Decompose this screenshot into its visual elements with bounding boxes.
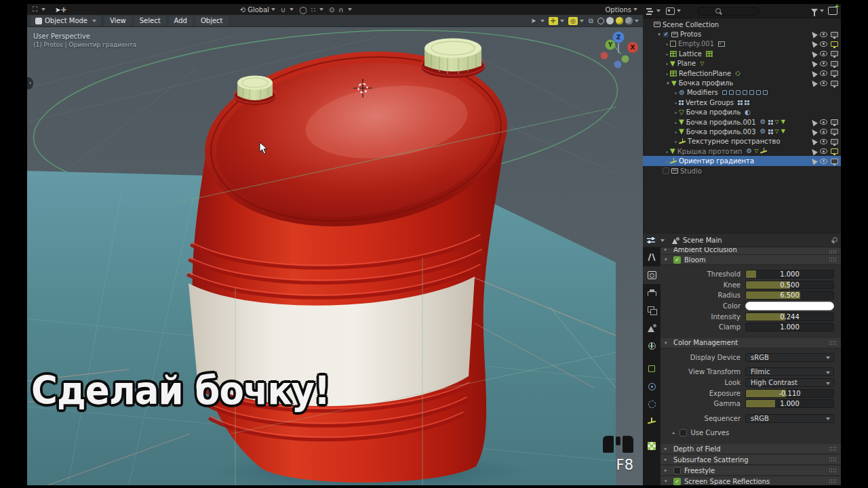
selectability-icon[interactable] <box>810 49 818 58</box>
outliner-row[interactable]: ▸Vertex Groups <box>643 98 841 107</box>
tab-texture[interactable] <box>643 437 660 455</box>
display-mode-caret[interactable] <box>677 9 681 12</box>
expand-mark-icon[interactable]: ▸ <box>673 129 679 134</box>
options-caret[interactable] <box>633 8 637 11</box>
monitor-icon[interactable] <box>831 70 838 76</box>
tab-object-data[interactable] <box>643 413 660 430</box>
object-visibility-icon[interactable]: ➤ <box>530 17 536 24</box>
proportional-caret[interactable] <box>319 8 323 11</box>
panel-color-management-header[interactable]: ▾ Color Management <box>660 338 841 348</box>
value-slider[interactable]: 1.000 <box>745 270 834 279</box>
value-slider[interactable]: 6.500 <box>745 291 834 300</box>
expand-mark-icon[interactable]: ▸ <box>673 120 679 125</box>
overlays-caret[interactable] <box>580 20 584 22</box>
enable-checkbox[interactable] <box>673 467 681 474</box>
disclosure-icon[interactable]: ▸ <box>673 430 675 436</box>
value-slider[interactable]: 1.000 <box>745 399 834 408</box>
collection-checkbox[interactable] <box>663 167 669 174</box>
expand-mark-icon[interactable]: ▸ <box>673 110 679 115</box>
eye-icon[interactable] <box>820 148 827 154</box>
outliner-row[interactable]: ▸⚙Modifiers <box>643 88 841 98</box>
snap-magnet-icon[interactable]: ∪ <box>281 6 285 14</box>
monitor-icon[interactable] <box>831 51 838 56</box>
value-slider[interactable]: -0.110 <box>745 389 834 398</box>
disclosure-icon[interactable]: ▾ <box>656 32 663 37</box>
selectability-icon[interactable] <box>810 127 818 136</box>
menu-object[interactable]: Object <box>195 16 229 26</box>
panel-freestyle[interactable]: ▸Freestyle <box>660 466 841 476</box>
eye-icon[interactable] <box>820 41 827 47</box>
selectability-icon[interactable] <box>810 79 818 87</box>
disclosure-icon[interactable]: ▾ <box>665 479 670 484</box>
disclosure-icon[interactable]: ▸ <box>665 457 670 462</box>
disclosure-icon[interactable]: ▸ <box>665 468 670 473</box>
tab-physics[interactable] <box>643 378 660 395</box>
pin-icon[interactable] <box>830 237 837 244</box>
tab-output[interactable] <box>643 284 660 302</box>
shading-rendered-icon[interactable] <box>625 17 633 24</box>
menu-select[interactable]: Select <box>134 16 166 26</box>
disclosure-icon[interactable]: ▸ <box>665 446 670 451</box>
outliner-search-input[interactable] <box>697 7 760 16</box>
shading-solid-icon[interactable] <box>606 17 614 24</box>
monitor-icon[interactable] <box>831 81 838 86</box>
color-swatch[interactable] <box>745 302 834 310</box>
monitor-icon[interactable] <box>831 61 838 66</box>
eye-icon[interactable] <box>820 51 827 56</box>
menu-add[interactable]: Add <box>169 16 193 26</box>
outliner-row[interactable]: ▸Lattice <box>643 49 841 58</box>
expand-mark-icon[interactable]: ▸ <box>673 139 679 144</box>
tab-view-layer[interactable] <box>643 302 660 319</box>
outliner-row[interactable]: ▸▼Крышка прототип⚙▽ <box>643 146 841 156</box>
eye-icon[interactable] <box>820 61 827 66</box>
gizmo-y-neg[interactable] <box>622 56 629 63</box>
value-slider[interactable]: 0.500 <box>745 281 834 289</box>
dropdown-select[interactable]: sRGB <box>745 353 834 362</box>
gizmos-toggle[interactable]: ✛ <box>549 17 558 25</box>
falloff-caret[interactable] <box>348 8 352 11</box>
selectability-icon[interactable] <box>810 40 818 48</box>
panel-screen-space-reflections[interactable]: ▾✓Screen Space Reflections <box>660 476 841 485</box>
disclosure-icon[interactable]: ▾ <box>665 81 671 86</box>
barrel-object[interactable] <box>189 35 517 483</box>
monitor-icon[interactable] <box>831 139 838 144</box>
snap-grid-icon[interactable]: ∷ <box>311 6 315 14</box>
gizmo-x-neg[interactable] <box>601 52 608 60</box>
outliner-row[interactable]: ▸▼Бочка профиль.003⚙▽▼ <box>643 127 841 136</box>
outliner-editor-icon[interactable] <box>646 7 654 15</box>
tab-scene[interactable] <box>643 319 660 337</box>
tab-world[interactable] <box>643 337 660 354</box>
expand-mark-icon[interactable]: ▸ <box>665 61 670 66</box>
monitor-icon[interactable] <box>831 32 838 37</box>
value-slider[interactable]: 1.000 <box>745 323 834 331</box>
eye-icon[interactable] <box>820 119 827 125</box>
selectability-icon[interactable] <box>810 30 818 39</box>
eye-icon[interactable] <box>820 159 827 164</box>
expand-mark-icon[interactable]: ▸ <box>665 41 670 46</box>
bloom-enable-checkbox[interactable]: ✓ <box>673 256 681 264</box>
eye-icon[interactable] <box>820 70 827 76</box>
outliner-row[interactable]: ▸Empty.001 <box>643 39 841 49</box>
shading-wireframe-icon[interactable] <box>597 18 604 24</box>
use-curves-row[interactable]: ▸Use Curves <box>660 428 841 438</box>
outliner-row[interactable]: ▸▽Бочка профиль◐ <box>643 108 841 117</box>
menu-view[interactable]: View <box>104 16 132 26</box>
eye-icon[interactable] <box>820 139 827 144</box>
selectability-icon[interactable] <box>810 118 818 126</box>
collection-checkbox[interactable]: ✓ <box>663 31 669 38</box>
tab-render[interactable] <box>643 266 660 284</box>
selectability-icon[interactable] <box>810 157 818 165</box>
dropdown-select[interactable]: sRGB <box>745 414 834 423</box>
monitor-icon[interactable] <box>831 159 838 164</box>
scene-render[interactable]: Z Y X <box>27 27 643 485</box>
outliner-row[interactable]: Scene Collection <box>643 20 841 29</box>
expand-mark-icon[interactable]: ▸ <box>665 71 670 76</box>
falloff-icon[interactable]: ∩ <box>338 6 343 14</box>
tab-constraints[interactable] <box>643 395 660 413</box>
outliner-row[interactable]: ▸ReflectionPlane◇ <box>643 68 841 78</box>
pivot-point-icon[interactable]: ⊙ <box>329 6 334 14</box>
selectability-icon[interactable] <box>810 138 818 146</box>
active-tool-icon[interactable]: ⛶ <box>33 5 37 14</box>
eye-icon[interactable] <box>820 32 827 37</box>
panel-ambient-occlusion[interactable]: ▸ Ambient Occlusion <box>660 247 841 255</box>
